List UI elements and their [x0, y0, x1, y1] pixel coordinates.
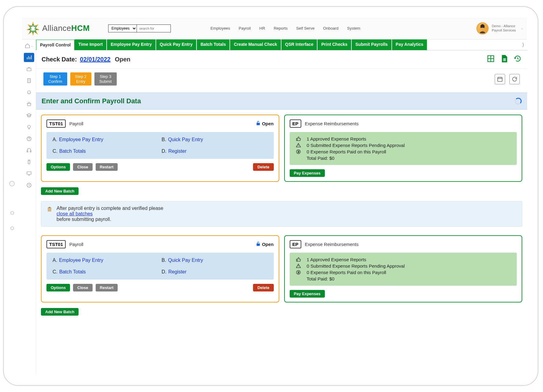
thumbs-up-icon: [296, 136, 301, 141]
restart-button[interactable]: Restart: [96, 284, 118, 291]
tab-batch-totals[interactable]: Batch Totals: [197, 39, 230, 50]
sidebar-clock-icon[interactable]: [24, 181, 34, 190]
tablet-volume-up: [10, 211, 14, 215]
step-2-button[interactable]: Step 2Entry: [70, 72, 92, 86]
svg-rect-5: [27, 151, 28, 152]
expense-title: Expense Reimbursements: [305, 121, 359, 126]
batch-links-panel: A.Employee Pay Entry B.Quick Pay Entry C…: [46, 253, 274, 280]
link-employee-pay-entry[interactable]: Employee Pay Entry: [59, 258, 103, 263]
pay-expenses-button[interactable]: Pay Expenses: [290, 169, 325, 177]
user-menu[interactable]: Demo - Alliance Payroll Services ⌄: [476, 22, 523, 35]
link-quick-pay-entry[interactable]: Quick Pay Entry: [168, 137, 203, 142]
user-meta: Demo - Alliance Payroll Services: [492, 24, 516, 32]
history-icon[interactable]: [514, 55, 522, 64]
link-register[interactable]: Register: [168, 269, 187, 274]
search-scope-select[interactable]: Employees: [108, 25, 137, 32]
tab-qsr-interface[interactable]: QSR Interface: [281, 39, 318, 50]
options-button[interactable]: Options: [46, 163, 70, 171]
close-button[interactable]: Close: [73, 163, 92, 171]
document-icon[interactable]: [500, 55, 508, 64]
sidebar-monitor-icon[interactable]: [24, 169, 34, 178]
dollar-circle-icon: [296, 270, 301, 275]
expense-card: EP Expense Reimbursements 1 Approved Exp…: [284, 235, 523, 302]
sidebar-mouse-icon[interactable]: [24, 157, 34, 167]
svg-rect-8: [27, 172, 31, 174]
delete-button[interactable]: Delete: [253, 284, 273, 291]
batch-open-status: Open: [256, 241, 273, 247]
svg-rect-12: [257, 123, 259, 125]
link-employee-pay-entry[interactable]: Employee Pay Entry: [59, 137, 103, 142]
info-panel: After payroll entry is complete and veri…: [41, 201, 522, 227]
sidebar-briefcase-icon[interactable]: [24, 64, 34, 74]
link-register[interactable]: Register: [168, 148, 187, 154]
close-button[interactable]: Close: [73, 284, 92, 291]
tablet-volume-down: [10, 226, 14, 230]
nav-onboard[interactable]: Onboard: [323, 26, 339, 31]
check-date-label: Check Date:: [42, 56, 77, 63]
link-batch-totals[interactable]: Batch Totals: [59, 148, 86, 154]
svg-rect-14: [48, 207, 51, 211]
calendar-icon[interactable]: [495, 74, 505, 84]
sidebar-graduation-icon[interactable]: [24, 111, 34, 120]
sidebar-headphones-icon[interactable]: [24, 146, 34, 155]
tab-quick-pay-entry[interactable]: Quick Pay Entry: [156, 39, 197, 50]
nav-hr[interactable]: HR: [259, 26, 265, 31]
expense-code-badge: EP: [290, 240, 301, 248]
tab-overflow-icon[interactable]: ⟩: [519, 39, 527, 50]
check-date-row: Check Date: 02/01/2022 Open: [36, 50, 527, 69]
svg-rect-1: [27, 68, 31, 71]
batch-code-badge: TST01: [46, 119, 66, 128]
expense-total: Total Paid: $0: [307, 156, 511, 161]
sidebar-basket-icon[interactable]: [24, 99, 34, 108]
step-1-button[interactable]: Step 1Confirm: [43, 72, 67, 86]
thumbs-up-icon: [296, 257, 301, 262]
tab-create-manual-check[interactable]: Create Manual Check: [230, 39, 281, 50]
sidebar-lightbulb-icon[interactable]: [24, 123, 34, 132]
tab-payroll-control[interactable]: Payroll Control: [36, 40, 75, 50]
add-new-batch-button[interactable]: Add New Batch: [41, 308, 79, 316]
svg-rect-11: [498, 77, 502, 81]
sidebar-building-icon[interactable]: [24, 76, 34, 85]
tab-pay-analytics[interactable]: Pay Analytics: [392, 39, 428, 50]
batch-links-panel: A.Employee Pay Entry B.Quick Pay Entry C…: [46, 132, 274, 159]
warning-icon: [296, 143, 301, 148]
step-3-button[interactable]: Step 3Submit: [94, 72, 116, 86]
clipboard-icon: [47, 207, 52, 212]
search-input[interactable]: [137, 25, 171, 32]
search-block[interactable]: Employees: [108, 24, 171, 32]
options-button[interactable]: Options: [46, 284, 70, 291]
nav-reports[interactable]: Reports: [274, 26, 288, 31]
delete-button[interactable]: Delete: [253, 163, 273, 171]
check-date-link[interactable]: 02/01/2022: [80, 56, 111, 63]
pay-expenses-button[interactable]: Pay Expenses: [290, 290, 325, 298]
nav-payroll[interactable]: Payroll: [239, 26, 251, 31]
batch-code-badge: TST01: [46, 240, 66, 248]
nav-selfserve[interactable]: Self Serve: [296, 26, 314, 31]
loading-spinner-icon: [515, 98, 522, 104]
avatar: [476, 22, 489, 35]
tab-submit-payrolls[interactable]: Submit Payrolls: [352, 39, 392, 50]
sidebar-stats-icon[interactable]: [24, 53, 34, 62]
nav-system[interactable]: System: [347, 26, 360, 31]
payroll-batch-card: TST01 Payroll Open A.Employee Pay Entry …: [41, 235, 279, 302]
warning-icon: [296, 263, 301, 269]
add-new-batch-button[interactable]: Add New Batch: [41, 187, 79, 195]
grid-icon[interactable]: [487, 55, 495, 64]
svg-point-3: [28, 125, 30, 128]
section-header: Enter and Confirm Payroll Data: [36, 93, 527, 110]
sidebar-bell-icon[interactable]: [24, 88, 34, 97]
restart-button[interactable]: Restart: [96, 163, 118, 171]
dollar-circle-icon: [296, 149, 301, 154]
batch-open-status: Open: [256, 121, 273, 126]
nav-employees[interactable]: Employees: [211, 26, 230, 31]
tab-time-import[interactable]: Time Import: [75, 39, 107, 50]
link-quick-pay-entry[interactable]: Quick Pay Entry: [168, 258, 203, 263]
sidebar-help-icon[interactable]: [24, 134, 34, 143]
refresh-icon[interactable]: [509, 74, 520, 84]
link-batch-totals[interactable]: Batch Totals: [59, 269, 86, 274]
tab-employee-pay-entry[interactable]: Employee Pay Entry: [107, 39, 156, 50]
logo[interactable]: AllianceHCM: [26, 21, 90, 36]
close-all-batches-link[interactable]: close all batches: [57, 211, 93, 216]
tab-print-checks[interactable]: Print Checks: [317, 39, 352, 50]
sidebar-home-icon[interactable]: ⌄: [24, 41, 34, 50]
